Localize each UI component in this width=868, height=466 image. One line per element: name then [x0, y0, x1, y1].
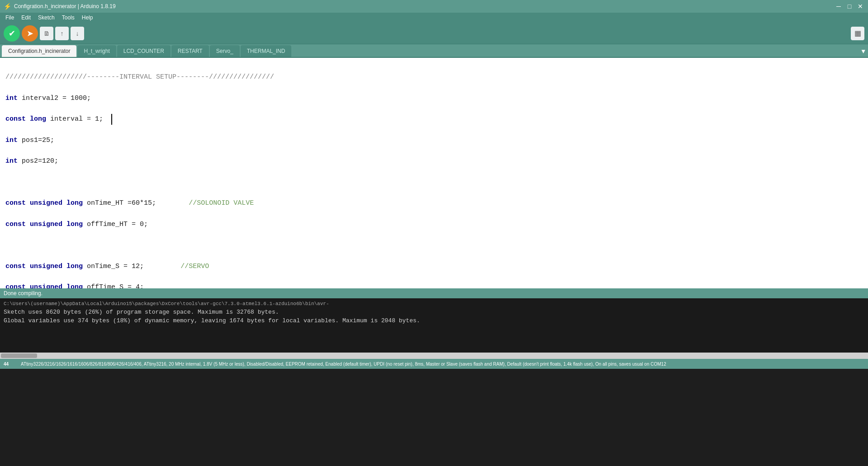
app-icon: ⚡: [4, 3, 11, 10]
code-line-5: int pos2=120;: [5, 156, 863, 166]
console-line-1: Sketch uses 8620 bytes (26%) of program …: [4, 308, 864, 317]
code-line-7: const unsigned long onTime_HT =60*15; //…: [5, 198, 863, 208]
console-header: Done compiling.: [0, 288, 868, 298]
verify-button[interactable]: ✔: [4, 25, 20, 42]
tab-ht-wright[interactable]: H_t_wright: [77, 45, 116, 57]
new-button[interactable]: 🗎: [40, 27, 53, 40]
code-line-10: const unsigned long onTime_S = 12; //SER…: [5, 261, 863, 272]
titlebar: ⚡ Configration.h_incinerator | Arduino 1…: [0, 0, 868, 13]
menu-file[interactable]: File: [2, 14, 18, 22]
toolbar: ✔ ➤ 🗎 ↑ ↓ ▦: [0, 23, 868, 44]
menu-tools[interactable]: Tools: [58, 14, 78, 22]
code-editor[interactable]: ////////////////////--------INTERVAL SET…: [0, 58, 868, 288]
window-controls: ─ □ ✕: [835, 2, 864, 10]
tab-configration[interactable]: Configration.h_incinerator: [2, 45, 76, 57]
menu-sketch[interactable]: Sketch: [34, 14, 58, 22]
code-line-1: ////////////////////--------INTERVAL SET…: [5, 72, 863, 82]
menubar: File Edit Sketch Tools Help: [0, 13, 868, 23]
compile-status-label: Done compiling.: [4, 290, 43, 297]
code-line-9: [5, 240, 863, 250]
menu-help[interactable]: Help: [78, 14, 97, 22]
horizontal-scrollbar[interactable]: [0, 353, 868, 359]
line-number: 44: [4, 362, 17, 367]
tab-lcd-counter[interactable]: LCD_COUNTER: [117, 45, 171, 57]
tab-servo[interactable]: Servo_: [210, 45, 240, 57]
console-output[interactable]: C:\Users\(username)\AppData\Local\Arduin…: [0, 298, 868, 353]
minimize-button[interactable]: ─: [835, 2, 843, 10]
status-board-info: ATtiny3226/3216/1626/1616/1606/826/816/8…: [21, 362, 864, 367]
title-text: Configration.h_incinerator | Arduino 1.8…: [14, 3, 835, 9]
close-button[interactable]: ✕: [856, 2, 864, 10]
tab-thermal-ind[interactable]: THERMAL_IND: [241, 45, 292, 57]
tab-restart[interactable]: RESTART: [171, 45, 209, 57]
console-line-2: Global variables use 374 bytes (18%) of …: [4, 316, 864, 325]
code-line-2: int interval2 = 1000;: [5, 93, 863, 104]
restore-button[interactable]: □: [845, 2, 854, 10]
tabs-bar: Configration.h_incinerator H_t_wright LC…: [0, 44, 868, 58]
scrollbar-thumb[interactable]: [1, 353, 37, 358]
statusbar: 44 ATtiny3226/3216/1626/1616/1606/826/81…: [0, 359, 868, 369]
code-line-11: const unsigned long offTime_S = 4;: [5, 282, 863, 288]
tabs-arrow-icon[interactable]: ▼: [862, 48, 865, 55]
open-button[interactable]: ↑: [55, 27, 69, 40]
menu-edit[interactable]: Edit: [18, 14, 34, 22]
save-button[interactable]: ↓: [71, 27, 84, 40]
code-line-3: const long interval = 1;: [5, 114, 863, 124]
code-line-4: int pos1=25;: [5, 135, 863, 146]
code-line-8: const unsigned long offTime_HT = 0;: [5, 219, 863, 230]
upload-button[interactable]: ➤: [22, 25, 38, 42]
console-path-line: C:\Users\(username)\AppData\Local\Arduin…: [4, 300, 864, 308]
code-line-6: [5, 177, 863, 188]
serial-monitor-button[interactable]: ▦: [851, 27, 864, 40]
